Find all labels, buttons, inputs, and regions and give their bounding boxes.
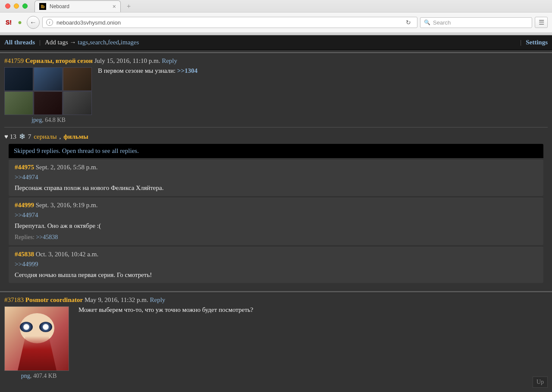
post-title-link[interactable]: Сериалы, второй сезон xyxy=(25,57,93,64)
reply-post: #44999 Sept. 3, 2016, 9:19 p.m. >>44974 … xyxy=(9,197,543,245)
thumb-type-link[interactable]: png xyxy=(21,373,30,379)
add-tags-label: Add tags → xyxy=(45,39,76,46)
reply-link[interactable]: Reply xyxy=(150,296,165,303)
tag-link[interactable]: фильмы xyxy=(63,133,88,140)
reload-icon[interactable]: ↻ xyxy=(403,19,414,26)
quote-link[interactable]: >>44974 xyxy=(15,212,38,218)
nav-images-link[interactable]: images xyxy=(121,39,139,46)
favicon-icon: Ib xyxy=(39,3,46,10)
thumb-size: 407.4 KB xyxy=(33,373,56,379)
url-bar[interactable]: i neboardo3svhysmd.onion ↻ xyxy=(42,17,417,28)
thread-op: #41759 Сериалы, второй сезон July 15, 20… xyxy=(0,54,552,125)
new-tab-button[interactable]: + xyxy=(123,1,134,12)
url-text: neboardo3svhysmd.onion xyxy=(56,19,121,26)
tab-title: Neboard xyxy=(50,3,69,9)
post-date: Sept. 2, 2016, 5:58 p.m. xyxy=(36,164,98,171)
post-text: Может выберем что-то, что уж точно можно… xyxy=(78,306,548,380)
page-content: All threads | Add tags → tags, search, f… xyxy=(0,35,552,392)
reply-post: #44975 Sept. 2, 2016, 5:58 p.m. >>44974 … xyxy=(9,159,543,196)
thumb-type-link[interactable]: jpeg xyxy=(31,117,42,123)
skip-notice[interactable]: Skipped 9 replies. Open thread to see al… xyxy=(9,144,543,158)
reply-text: Персонаж справа похож на нового Феликса … xyxy=(15,184,537,192)
post-id-link[interactable]: #44999 xyxy=(15,202,34,208)
search-icon: 🔍 xyxy=(424,19,430,25)
reply-post: #45838 Oct. 3, 2016, 10:42 a.m. >>44999 … xyxy=(9,246,543,283)
thumbnail-block: jpeg, 64.8 KB xyxy=(4,67,93,124)
post-text: В первом сезоне мы узнали: >>1304 xyxy=(98,67,548,124)
post-header: #41759 Сериалы, второй сезон July 15, 20… xyxy=(4,57,548,65)
post-date: July 15, 2016, 11:10 p.m. xyxy=(94,57,160,64)
post-date: Oct. 3, 2016, 10:42 a.m. xyxy=(36,251,98,258)
thumb-size: 64.8 KB xyxy=(45,117,65,123)
post-title-link[interactable]: Posmotr coordinator xyxy=(25,296,83,303)
window-close-button[interactable] xyxy=(5,3,10,9)
search-bar[interactable]: 🔍 xyxy=(420,17,532,28)
settings-link[interactable]: Settings xyxy=(526,39,548,46)
thumbnail-image[interactable] xyxy=(4,67,93,115)
quote-link[interactable]: >>44999 xyxy=(15,261,38,268)
browser-chrome: Ib Neboard × + S! ● ← i neboardo3svhysmd… xyxy=(0,0,552,35)
back-button[interactable]: ← xyxy=(27,16,40,29)
window-maximize-button[interactable] xyxy=(22,3,28,9)
thread-op: #37183 Posmotr coordinator May 9, 2016, … xyxy=(0,293,552,381)
site-info-icon[interactable]: i xyxy=(46,19,53,26)
snowflake-icon: ❄ xyxy=(19,132,25,141)
reply-link[interactable]: Reply xyxy=(162,57,177,64)
replies-container: Skipped 9 replies. Open thread to see al… xyxy=(0,144,552,289)
up-button[interactable]: Up xyxy=(533,376,548,388)
thumbnail-image[interactable] xyxy=(4,306,69,371)
menu-button[interactable]: ☰ xyxy=(535,17,548,28)
nav-feed-link[interactable]: feed xyxy=(108,39,119,46)
hearts-count: ♥ 13 xyxy=(4,133,16,140)
post-date: May 9, 2016, 11:32 p.m. xyxy=(85,296,148,303)
tor-onion-icon[interactable]: ● xyxy=(16,18,24,27)
search-input[interactable] xyxy=(433,19,528,26)
tab-bar: Ib Neboard × + xyxy=(0,0,552,12)
browser-tab[interactable]: Ib Neboard × xyxy=(34,0,121,12)
tab-close-icon[interactable]: × xyxy=(113,3,116,10)
nav-search-link[interactable]: search xyxy=(90,39,106,46)
post-date: Sept. 3, 2016, 9:19 p.m. xyxy=(36,202,98,208)
tag-row: ♥ 13 ❄ 7 сериалы, фильмы xyxy=(0,129,552,144)
bump-count: 7 xyxy=(28,133,31,140)
extension-s1-icon[interactable]: S! xyxy=(4,18,13,27)
tag-link[interactable]: сериалы xyxy=(34,133,56,140)
post-id-link[interactable]: #45838 xyxy=(15,251,34,258)
window-minimize-button[interactable] xyxy=(14,3,19,9)
hr xyxy=(4,127,548,128)
quote-link[interactable]: >>44974 xyxy=(15,174,38,180)
nav-tags-link[interactable]: tags xyxy=(78,39,88,46)
post-id-link[interactable]: #41759 xyxy=(4,57,24,64)
top-nav: All threads | Add tags → tags, search, f… xyxy=(0,35,552,50)
all-threads-link[interactable]: All threads xyxy=(4,39,35,46)
replies-label: Replies: >>45838 xyxy=(15,234,537,241)
reply-text: Перепутал. Оно аж в октябре :( xyxy=(15,222,537,230)
post-header: #37183 Posmotr coordinator May 9, 2016, … xyxy=(4,296,548,304)
browser-toolbar: S! ● ← i neboardo3svhysmd.onion ↻ 🔍 ☰ xyxy=(0,12,552,32)
post-id-link[interactable]: #37183 xyxy=(4,296,24,303)
reply-text: Сегодня ночью вышла первая серия. Го смо… xyxy=(15,271,537,279)
thumbnail-block: png, 407.4 KB xyxy=(4,306,73,380)
reply-ref-link[interactable]: >>45838 xyxy=(36,234,58,240)
quote-link[interactable]: >>1304 xyxy=(177,67,198,74)
post-id-link[interactable]: #44975 xyxy=(15,164,34,171)
